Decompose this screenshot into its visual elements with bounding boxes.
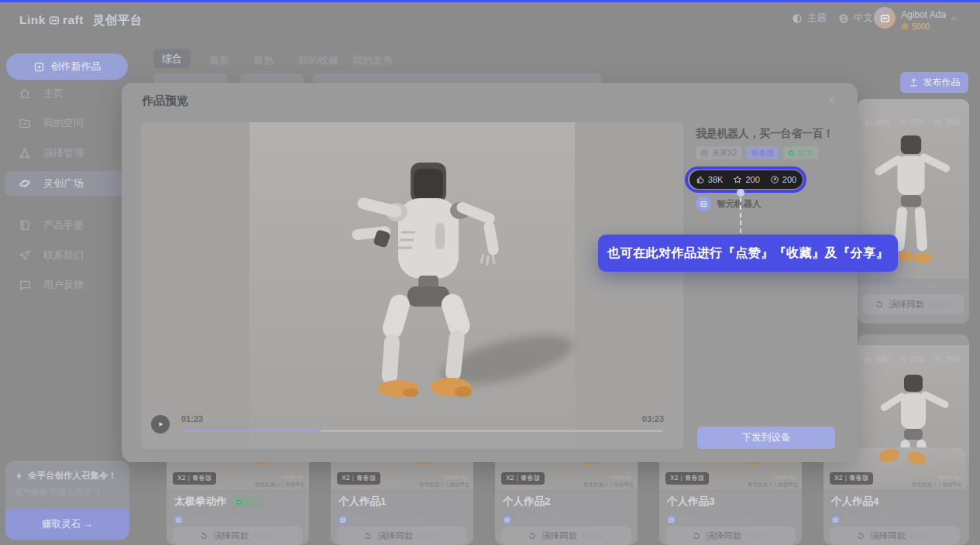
app-logo: Link raft 灵创平台 — [19, 10, 143, 30]
replay-same-button[interactable]: 演绎同款 666次 — [337, 526, 467, 545]
share-stat[interactable]: 200 — [934, 355, 959, 364]
sidebar-item-manual[interactable]: 产品手册 — [0, 211, 134, 240]
star-icon — [733, 175, 742, 184]
card-author: 爱好者1 | 2025.12.24 — [339, 514, 424, 525]
progress-track[interactable] — [181, 430, 662, 432]
create-label: 创作新作品 — [51, 60, 101, 74]
sidebar-item-label: 灵创广场 — [43, 177, 84, 190]
work-author-row[interactable]: 智元机器人 — [696, 196, 762, 211]
replay-icon — [199, 531, 208, 540]
check-circle-icon — [788, 149, 795, 156]
card-author: 爱好者1 | 2025.12.24 — [831, 514, 916, 525]
user-coins: 5000 — [901, 22, 930, 31]
author-avatar — [174, 516, 183, 524]
chat-icon — [19, 279, 31, 291]
video-player[interactable]: 01:23 03:23 — [141, 122, 683, 449]
replay-same-button[interactable]: 演绎同款 666次 — [501, 526, 631, 545]
card-author: 爱好者1 | 2025.12.24 — [667, 514, 752, 525]
likes-stat[interactable]: 38K — [864, 118, 891, 127]
coin-count: 5000 — [912, 22, 930, 31]
sidebar-item-label: 我的空间 — [43, 116, 84, 130]
replay-count: 666次 — [418, 530, 440, 542]
chevron-up-icon[interactable] — [948, 13, 960, 25]
replay-same-button[interactable]: 演绎同款 666次 — [173, 526, 303, 545]
author-avatar — [667, 516, 676, 524]
deploy-to-device-button[interactable]: 下发到设备 — [697, 427, 835, 449]
sidebar-item-home[interactable]: 主页 — [0, 79, 134, 108]
sidebar-item-label: 主页 — [43, 87, 64, 101]
like-button[interactable]: 38K — [696, 175, 724, 184]
replay-label: 演绎同款 — [377, 530, 413, 542]
replay-same-button[interactable]: 演绎同款 666次 — [830, 526, 960, 545]
replay-same-button[interactable]: 演绎同款 666次 — [665, 526, 796, 545]
work-title: 我是机器人，买一台省一百！ — [696, 127, 847, 141]
favorite-stat[interactable]: 200 — [899, 355, 925, 364]
share-stat[interactable]: 200 — [934, 118, 959, 127]
author-avatar — [339, 516, 347, 524]
author-avatar — [503, 516, 511, 524]
loading-bar — [0, 0, 980, 2]
watermark-line2: 智元机器人｜灵创平台 — [912, 482, 962, 488]
play-button[interactable] — [151, 415, 170, 434]
author-avatar — [831, 516, 840, 524]
tab-my-posts[interactable]: 我的发布 — [352, 53, 393, 67]
watermark: made by — [773, 474, 796, 481]
sidebar-item-plaza[interactable]: 灵创广场 — [0, 169, 134, 198]
publish-work-button[interactable]: 发布作品 — [900, 72, 968, 93]
tab-all[interactable]: 综合 — [153, 49, 191, 68]
replay-count: 666次 — [582, 530, 604, 542]
replay-count: 666次 — [929, 299, 951, 310]
user-name: Agibot Ada — [901, 9, 946, 20]
author-name: 智元机器人 — [717, 198, 762, 210]
robot-face-icon — [700, 149, 709, 157]
like-count: 38K — [708, 175, 724, 184]
author-avatar — [696, 196, 711, 211]
create-new-work-button[interactable]: 创作新作品 — [6, 53, 128, 80]
favorite-count: 200 — [745, 175, 759, 184]
home-icon — [19, 87, 31, 100]
likes-stat[interactable]: 38K — [864, 355, 891, 364]
language-label: 中文 — [854, 12, 873, 25]
language-switch[interactable]: 中文 — [838, 12, 873, 25]
model-badge: X2｜青春版 — [173, 472, 216, 485]
model-badge: X2｜青春版 — [501, 472, 545, 485]
play-icon — [156, 420, 165, 429]
theme-toggle[interactable]: 主题 — [792, 12, 827, 25]
model-badge: X2｜青春版 — [665, 472, 709, 485]
official-tag: 官方 — [783, 146, 818, 159]
modal-title: 作品预览 — [142, 94, 188, 108]
sidebar-item-contact[interactable]: 联系我们 — [0, 241, 134, 270]
tab-my-favorites[interactable]: 我的收藏 — [298, 53, 339, 67]
tab-hottest[interactable]: 最热 — [253, 53, 273, 67]
favorite-stat[interactable]: 200 — [899, 118, 925, 127]
sidebar-item-feedback[interactable]: 用户反馈 — [0, 270, 134, 300]
replay-count: 666次 — [910, 530, 933, 542]
earn-gems-button[interactable]: 赚取灵石 → — [5, 509, 129, 540]
close-icon[interactable] — [826, 94, 837, 106]
share-button[interactable]: 200 — [770, 175, 796, 184]
replay-count: 666次 — [253, 530, 276, 542]
work-card[interactable]: 38K 200 200 人之家 | 2025.12.24 演绎同款 666次 — [858, 99, 969, 324]
work-stats-pill: 38K 200 200 — [689, 170, 803, 189]
favorite-button[interactable]: 200 — [733, 175, 759, 184]
robot-figure — [350, 155, 505, 410]
card-title: 太极拳动作 — [174, 495, 227, 509]
work-tags: 灵犀X2 青春版 官方 — [696, 146, 818, 159]
sidebar-item-label: 用户反馈 — [43, 278, 84, 292]
model-badge: X2｜青春版 — [337, 472, 380, 485]
share-icon — [770, 175, 779, 184]
linkcraft-app: Link raft 灵创平台 主题 中文 Agibot Ada 5000 创作新… — [0, 0, 980, 545]
sidebar-item-my-space[interactable]: 我的空间 — [0, 108, 134, 138]
sidebar-item-label: 联系我们 — [43, 249, 84, 262]
promo-subtitle: 成为首批"机器人导演"！ — [15, 487, 101, 498]
replay-icon — [692, 531, 701, 540]
replay-label: 演绎同款 — [213, 530, 249, 542]
sidebar-item-performance[interactable]: 演绎管理 — [0, 139, 134, 168]
coin-icon — [901, 22, 909, 30]
user-avatar[interactable] — [874, 7, 896, 29]
lightning-icon — [15, 471, 24, 481]
tab-newest[interactable]: 最新 — [209, 53, 229, 67]
share-count: 200 — [782, 175, 796, 184]
thumbs-up-icon — [696, 175, 705, 184]
replay-same-button[interactable]: 演绎同款 666次 — [862, 294, 965, 314]
